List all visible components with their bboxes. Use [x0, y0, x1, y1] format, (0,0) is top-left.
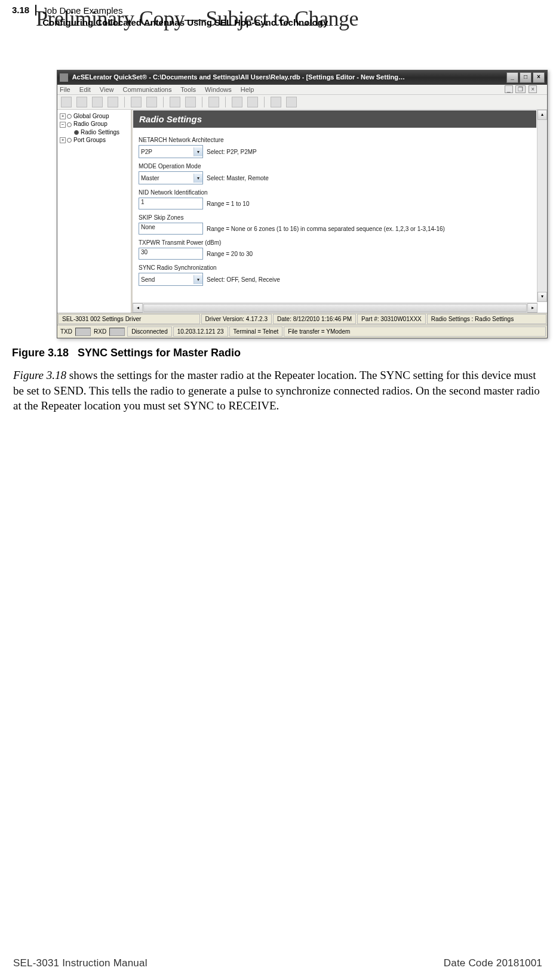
window-title: AcSELerator QuickSet® - C:\Documents and… [72, 73, 405, 81]
page-footer: SEL-3031 Instruction Manual Date Code 20… [13, 957, 542, 969]
figure-reference: Figure 3.18 [13, 369, 66, 381]
status-txd-label: TXD [58, 328, 73, 335]
status-bar-1: SEL-3031 002 Settings Driver Driver Vers… [57, 313, 547, 325]
mode-hint: Select: Master, Remote [207, 175, 269, 181]
txd-led [75, 328, 91, 336]
settings-pane: Radio Settings NETARCH Network Architect… [133, 110, 547, 313]
tree-item-global-group[interactable]: +Global Group [60, 112, 128, 120]
menu-view[interactable]: View [100, 86, 114, 93]
toolbar-receive-icon[interactable] [146, 97, 157, 107]
minimize-button[interactable]: _ [506, 72, 518, 83]
status-terminal: Terminal = Telnet [229, 326, 283, 337]
sync-combo[interactable]: Send▾ [139, 273, 203, 286]
page-header: 3.18 Job Done Examples Configuring Collo… [0, 0, 559, 28]
chevron-down-icon[interactable]: ▾ [194, 147, 202, 156]
skip-label: SKIP Skip Zones [139, 214, 541, 221]
toolbar-info-icon[interactable] [208, 97, 219, 107]
status-context: Radio Settings : Radio Settings [427, 314, 546, 324]
toolbar-open-icon[interactable] [92, 97, 103, 107]
toolbar-refresh-icon[interactable] [185, 97, 196, 107]
figure-caption: Figure 3.18 SYNC Settings for Master Rad… [12, 347, 547, 359]
status-connection: Disconnected [127, 326, 172, 337]
skip-input[interactable]: None [139, 223, 203, 235]
txpwr-input[interactable]: 30 [139, 248, 203, 260]
titlebar: AcSELerator QuickSet® - C:\Documents and… [57, 70, 547, 85]
toolbar-save-icon[interactable] [108, 97, 118, 107]
toolbar [57, 95, 547, 110]
nid-input[interactable]: 1 [139, 198, 203, 209]
nid-hint: Range = 1 to 10 [207, 201, 249, 207]
netarch-combo[interactable]: P2P▾ [139, 145, 203, 158]
horizontal-scrollbar[interactable]: ◂ ▸ [133, 303, 538, 313]
toolbar-new-icon[interactable] [76, 97, 87, 107]
mode-combo[interactable]: Master▾ [139, 171, 203, 184]
menu-tools[interactable]: Tools [180, 86, 196, 93]
tree-item-radio-group[interactable]: −Radio Group [60, 120, 128, 128]
sync-label: SYNC Radio Synchronization [139, 264, 541, 271]
header-chapter: Job Done Examples [42, 5, 328, 17]
txpwr-hint: Range = 20 to 30 [207, 251, 253, 257]
status-driver: SEL-3031 002 Settings Driver [58, 314, 200, 324]
footer-right: Date Code 20181001 [444, 957, 542, 969]
page-number: 3.18 [12, 5, 36, 16]
scroll-right-icon[interactable]: ▸ [527, 303, 538, 313]
menu-windows[interactable]: Windows [205, 86, 232, 93]
tree-item-radio-settings[interactable]: Radio Settings [60, 128, 128, 136]
body-paragraph: Figure 3.18 shows the settings for the m… [13, 368, 542, 414]
menu-edit[interactable]: Edit [79, 86, 91, 93]
menu-help[interactable]: Help [241, 86, 254, 93]
header-section: Configuring Collocated Antennas Using SE… [42, 17, 328, 29]
menu-file[interactable]: File [60, 86, 70, 93]
maximize-button[interactable]: □ [520, 72, 532, 83]
status-rxd-label: RXD [93, 328, 108, 335]
footer-left: SEL-3031 Instruction Manual [13, 957, 148, 969]
toolbar-send-icon[interactable] [131, 97, 142, 107]
scroll-left-icon[interactable]: ◂ [133, 303, 143, 313]
scroll-thumb[interactable] [143, 304, 527, 312]
toolbar-world-icon[interactable] [170, 97, 180, 107]
tree-item-port-groups[interactable]: +Port Groups [60, 136, 128, 144]
toolbar-chart-icon[interactable] [247, 97, 258, 107]
toolbar-cloud-icon[interactable] [271, 97, 281, 107]
app-icon [60, 73, 68, 82]
status-date: Date: 8/12/2010 1:16:46 PM [273, 314, 356, 324]
sync-hint: Select: OFF, Send, Receive [207, 276, 280, 283]
nid-label: NID Network Identification [139, 189, 541, 196]
rxd-led [109, 328, 125, 336]
vertical-scrollbar[interactable]: ▴ ▾ [537, 110, 547, 302]
status-part: Part #: 30310W01XXX [357, 314, 426, 324]
status-transfer: File transfer = YModem [284, 326, 546, 337]
mode-label: MODE Operation Mode [139, 163, 541, 170]
menu-communications[interactable]: Communications [123, 86, 172, 93]
status-version: Driver Version: 4.17.2.3 [201, 314, 272, 324]
toolbar-scope-icon[interactable] [232, 97, 242, 107]
mdi-close-button[interactable]: × [529, 85, 537, 93]
mdi-minimize-button[interactable]: _ [505, 85, 513, 93]
scroll-down-icon[interactable]: ▾ [538, 292, 547, 302]
tree-panel: +Global Group −Radio Group Radio Setting… [57, 110, 133, 313]
chevron-down-icon[interactable]: ▾ [194, 275, 202, 284]
status-bar-2: TXD RXD Disconnected 10.203.12.121 23 Te… [57, 325, 547, 338]
chevron-down-icon[interactable]: ▾ [194, 174, 202, 183]
txpwr-label: TXPWR Transmit Power (dBm) [139, 239, 541, 246]
menubar: _ ❐ × File Edit View Communications Tool… [57, 85, 547, 95]
status-address: 10.203.12.121 23 [173, 326, 228, 337]
pane-title: Radio Settings [133, 110, 536, 128]
app-window: AcSELerator QuickSet® - C:\Documents and… [57, 70, 548, 338]
skip-hint: Range = None or 6 zones (1 to 16) in com… [207, 226, 445, 232]
mdi-restore-button[interactable]: ❐ [515, 85, 526, 93]
toolbar-stop-icon[interactable] [286, 97, 297, 107]
scroll-up-icon[interactable]: ▴ [538, 110, 547, 120]
netarch-hint: Select: P2P, P2MP [207, 149, 257, 155]
netarch-label: NETARCH Network Architecture [139, 137, 541, 143]
toolbar-back-icon[interactable] [61, 97, 72, 107]
close-button[interactable]: × [533, 72, 545, 83]
